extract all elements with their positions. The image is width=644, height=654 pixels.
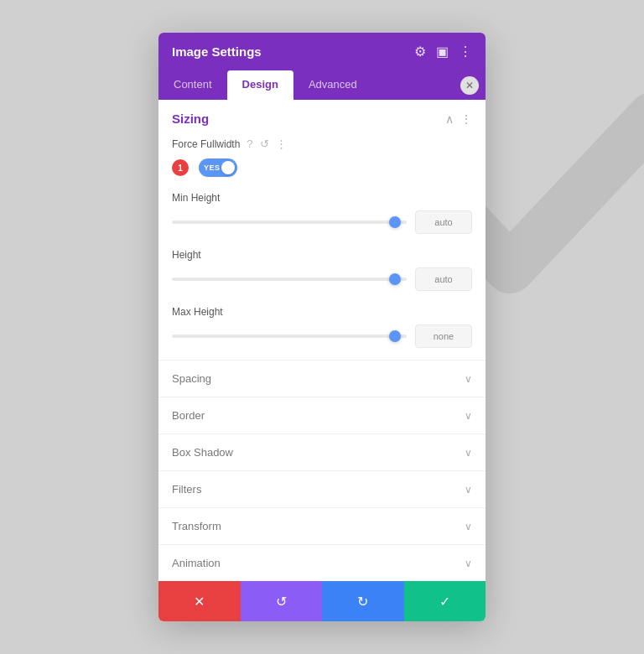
filters-section[interactable]: Filters ∨ [158,470,486,507]
cancel-icon: ✕ [194,594,205,610]
min-height-section: Min Height auto [158,189,486,246]
panel-title: Image Settings [172,44,262,59]
layout-icon[interactable]: ▣ [436,45,449,59]
redo-icon: ↻ [357,594,368,610]
toggle-knob [221,161,235,174]
min-height-track-bg [172,221,407,224]
animation-section[interactable]: Animation ∨ [158,544,486,581]
filters-label: Filters [172,483,201,496]
sizing-section-header: Sizing ∧ ⋮ [158,100,486,132]
height-track-bg [172,278,407,281]
transform-chevron-icon: ∨ [465,521,472,532]
panel-header: Image Settings ⚙ ▣ ⋮ [158,33,486,70]
height-section: Height auto [158,246,486,303]
reset-button[interactable]: ↺ [241,581,323,621]
min-height-thumb[interactable] [389,216,401,228]
close-panel-button[interactable]: ✕ [460,76,479,95]
spacing-label: Spacing [172,372,211,385]
force-fullwidth-toggle[interactable]: YES [199,158,237,177]
sizing-header-icons: ∧ ⋮ [445,112,472,126]
box-shadow-chevron-icon: ∨ [465,447,472,459]
save-button[interactable]: ✓ [404,581,486,621]
max-height-label: Max Height [172,306,472,318]
height-track[interactable] [172,278,407,281]
max-height-track[interactable] [172,335,407,338]
border-section[interactable]: Border ∨ [158,397,486,433]
filters-chevron-icon: ∨ [465,484,472,496]
panel-body: Sizing ∧ ⋮ Force Fullwidth ? ↺ ⋮ 1 YES [158,100,486,581]
panel-footer: ✕ ↺ ↻ ✓ [158,581,486,621]
image-settings-panel: Image Settings ⚙ ▣ ⋮ Content Design Adva… [158,33,486,621]
animation-label: Animation [172,557,221,569]
close-x-icon: ✕ [465,80,474,91]
sizing-title: Sizing [172,112,209,126]
sizing-more-icon[interactable]: ⋮ [460,112,472,126]
transform-section[interactable]: Transform ∨ [158,507,486,544]
animation-chevron-icon: ∨ [465,558,472,569]
badge-indicator: 1 [172,159,189,176]
tab-advanced[interactable]: Advanced [293,70,372,100]
tab-close-area: ✕ [460,70,479,100]
spacing-chevron-icon: ∨ [465,373,472,385]
border-chevron-icon: ∨ [465,410,472,422]
more-vert-icon[interactable]: ⋮ [459,45,472,59]
height-slider-row: auto [172,267,472,291]
tab-design[interactable]: Design [227,70,293,100]
redo-button[interactable]: ↻ [322,581,404,621]
reset-icon: ↺ [276,594,287,610]
toggle-container: YES [199,158,237,177]
min-height-track[interactable] [172,221,407,224]
box-shadow-section[interactable]: Box Shadow ∨ [158,433,486,470]
min-height-label: Min Height [172,192,472,204]
sizing-collapse-icon[interactable]: ∧ [445,112,454,126]
height-thumb[interactable] [389,273,401,285]
tab-content[interactable]: Content [158,70,227,100]
cancel-button[interactable]: ✕ [158,581,241,621]
box-shadow-label: Box Shadow [172,446,233,459]
force-fullwidth-more-icon[interactable]: ⋮ [276,138,287,150]
toggle-row: 1 YES [158,158,486,189]
border-label: Border [172,409,205,422]
min-height-value[interactable]: auto [415,210,472,234]
force-fullwidth-label: Force Fullwidth [172,138,240,150]
height-label: Height [172,249,472,261]
min-height-slider-row: auto [172,210,472,234]
settings-icon[interactable]: ⚙ [414,45,426,59]
force-fullwidth-row: Force Fullwidth ? ↺ ⋮ [158,132,486,158]
max-height-slider-row: none [172,324,472,348]
force-fullwidth-help-icon[interactable]: ? [247,138,252,150]
header-icons: ⚙ ▣ ⋮ [414,45,472,59]
max-height-thumb[interactable] [389,330,401,342]
tabs-bar: Content Design Advanced ✕ [158,70,486,100]
max-height-track-bg [172,335,407,338]
height-value[interactable]: auto [415,267,472,291]
spacing-section[interactable]: Spacing ∨ [158,360,486,397]
toggle-yes-label: YES [204,164,221,172]
max-height-section: Max Height none [158,303,486,360]
transform-label: Transform [172,520,221,532]
save-icon: ✓ [439,594,450,610]
max-height-value[interactable]: none [415,324,472,348]
force-fullwidth-reset-icon[interactable]: ↺ [260,138,269,150]
